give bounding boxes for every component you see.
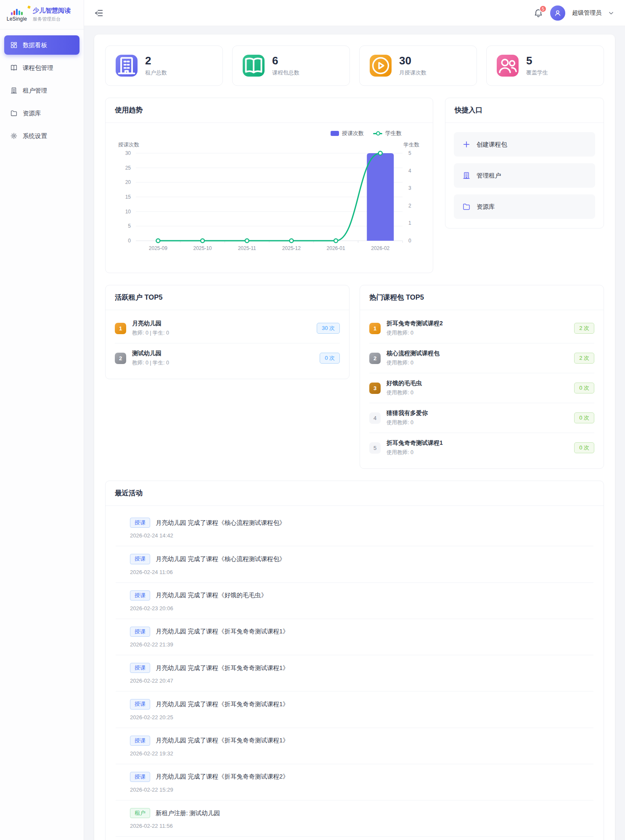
rank-badge: 3 (369, 383, 381, 394)
sidebar-item[interactable]: 租户管理 (4, 81, 79, 100)
stat-value: 2 (145, 55, 167, 67)
hot-courses-card: 热门课程包 TOP5 1 折耳兔奇奇测试课程2 使用教师: 0 (360, 285, 604, 469)
quick-entry-item[interactable]: 管理租户 (454, 163, 595, 188)
usage-count-badge: 2 次 (574, 323, 594, 334)
svg-text:30: 30 (125, 150, 131, 156)
activity-type-badge: 授课 (130, 627, 150, 637)
users-icon (497, 55, 519, 77)
tenant-meta: 教师: 0 | 学生: 0 (132, 359, 314, 367)
book-icon (10, 64, 18, 72)
course-rank-row: 3 好饿的毛毛虫 使用教师: 0 0 次 (369, 373, 594, 403)
activity-row: 授课 月亮幼儿园 完成了课程《核心流程测试课程包》 2026-02-24 14:… (116, 510, 593, 546)
quick-entry-item[interactable]: 创建课程包 (454, 132, 595, 157)
activity-type-badge: 授课 (130, 554, 150, 564)
course-meta: 使用教师: 0 (387, 330, 568, 337)
active-tenants-card: 活跃租户 TOP5 1 月亮幼儿园 教师: 0 | 学生: 0 (105, 285, 350, 379)
sidebar-item-label: 租户管理 (23, 87, 47, 95)
book-icon (243, 55, 265, 77)
svg-text:2026-01: 2026-01 (327, 245, 345, 251)
course-name: 折耳兔奇奇测试课程1 (387, 439, 568, 447)
building-icon (10, 87, 18, 94)
activity-row: 租户 新租户注册: 测试幼儿园 2026-02-22 11:56 (116, 800, 593, 837)
course-name: 好饿的毛毛虫 (387, 380, 568, 387)
activity-text: 月亮幼儿园 完成了课程《折耳兔奇奇测试课程1》 (156, 736, 289, 744)
quick-entry-item[interactable]: 资源库 (454, 194, 595, 219)
course-name: 核心流程测试课程包 (387, 350, 568, 357)
user-avatar[interactable] (550, 5, 565, 21)
dashboard-icon (10, 41, 18, 49)
sidebar-item-label: 课程包管理 (23, 64, 53, 72)
activity-text: 月亮幼儿园 完成了课程《核心流程测试课程包》 (156, 519, 286, 527)
quick-entry-label: 创建课程包 (477, 141, 507, 149)
notification-bell-icon[interactable]: 5 (533, 8, 543, 18)
svg-text:4: 4 (408, 168, 411, 174)
svg-text:授课次数: 授课次数 (118, 142, 140, 148)
activity-type-badge: 授课 (130, 772, 150, 782)
usage-trend-card: 使用趋势 授课次数学生数 051015202530012345授课次数学生数20… (105, 98, 433, 273)
activity-text: 月亮幼儿园 完成了课程《折耳兔奇奇测试课程1》 (156, 627, 289, 635)
course-meta: 使用教师: 0 (387, 419, 568, 426)
recent-activity-card: 最近活动 授课 月亮幼儿园 完成了课程《核心流程测试课程包》 (105, 481, 604, 840)
sidebar-item-label: 数据看板 (23, 41, 47, 49)
stat-card: 30 月授课次数 (359, 45, 477, 86)
notification-badge: 5 (539, 5, 547, 13)
stat-value: 6 (272, 55, 299, 67)
activity-row: 授课 月亮幼儿园 完成了课程《折耳兔奇奇测试课程1》 2026-02-22 20… (116, 691, 593, 728)
activity-type-badge: 授课 (130, 590, 150, 601)
activity-row: 授课 月亮幼儿园 完成了课程《核心流程测试课程包》 2026-02-24 11:… (116, 546, 593, 582)
rank-badge: 1 (115, 323, 126, 334)
sidebar-item[interactable]: 课程包管理 (4, 58, 79, 77)
rank-badge: 1 (369, 323, 381, 334)
activity-time: 2026-02-22 20:25 (130, 714, 289, 720)
activity-time: 2026-02-22 20:47 (130, 678, 289, 684)
chevron-down-icon[interactable] (608, 10, 614, 16)
activity-time: 2026-02-24 14:42 (130, 532, 286, 539)
legend-item[interactable]: 授课次数 (331, 130, 364, 137)
stat-label: 月授课次数 (399, 69, 426, 77)
stat-value: 30 (399, 55, 426, 67)
activity-row: 授课 月亮幼儿园 完成了课程《好饿的毛毛虫》 2026-02-23 20:06 (116, 583, 593, 619)
active-tenants-title: 活跃租户 TOP5 (106, 285, 349, 310)
tenant-rank-row: 2 测试幼儿园 教师: 0 | 学生: 0 0 次 (115, 343, 340, 373)
usage-count-badge: 0 次 (574, 412, 594, 423)
sidebar-fold-icon[interactable] (94, 8, 103, 18)
sidebar-item[interactable]: 资源库 (4, 104, 79, 123)
legend-label: 学生数 (385, 130, 402, 137)
course-name: 折耳兔奇奇测试课程2 (387, 320, 568, 327)
tenant-name: 测试幼儿园 (132, 350, 314, 357)
svg-text:2025-11: 2025-11 (238, 245, 256, 251)
sidebar-item[interactable]: 数据看板 (4, 35, 79, 55)
activity-time: 2026-02-22 21:39 (130, 641, 289, 648)
legend-bar-swatch (331, 131, 339, 136)
svg-text:20: 20 (125, 179, 131, 185)
activity-time: 2026-02-22 19:32 (130, 750, 289, 757)
usage-count-badge: 30 次 (317, 323, 340, 334)
chart-title: 使用趋势 (106, 98, 433, 123)
svg-text:2025-12: 2025-12 (282, 245, 301, 251)
quick-entry-label: 管理租户 (477, 172, 501, 180)
legend-item[interactable]: 学生数 (373, 130, 402, 137)
usage-count-badge: 0 次 (574, 383, 594, 393)
quick-entry-label: 资源库 (477, 203, 495, 211)
course-rank-row: 5 折耳兔奇奇测试课程1 使用教师: 0 0 次 (369, 433, 594, 463)
usage-trend-chart: 051015202530012345授课次数学生数2025-092025-102… (109, 138, 428, 266)
rank-badge: 5 (369, 442, 381, 454)
chart-legend: 授课次数学生数 (109, 129, 428, 138)
quick-entry-card: 快捷入口 创建课程包 管理租户 (445, 98, 604, 229)
activity-text: 月亮幼儿园 完成了课程《核心流程测试课程包》 (156, 555, 286, 563)
building-icon (462, 171, 471, 180)
activity-time: 2026-02-23 20:06 (130, 605, 267, 611)
hot-courses-title: 热门课程包 TOP5 (360, 285, 604, 310)
legend-line-swatch (373, 133, 382, 134)
activity-text: 月亮幼儿园 完成了课程《折耳兔奇奇测试课程1》 (156, 664, 289, 672)
user-name[interactable]: 超级管理员 (572, 9, 601, 17)
logo-wordmark: LeSingle (5, 16, 29, 22)
stat-card: 2 租户总数 (105, 45, 223, 86)
svg-text:2026-02: 2026-02 (371, 245, 389, 251)
rank-badge: 2 (115, 353, 126, 364)
tenant-name: 月亮幼儿园 (132, 320, 311, 327)
stat-label: 覆盖学生 (526, 69, 548, 77)
app-subtitle: 服务管理后台 (33, 16, 71, 22)
sidebar-item-label: 资源库 (23, 109, 41, 117)
sidebar-item[interactable]: 系统设置 (4, 126, 79, 146)
